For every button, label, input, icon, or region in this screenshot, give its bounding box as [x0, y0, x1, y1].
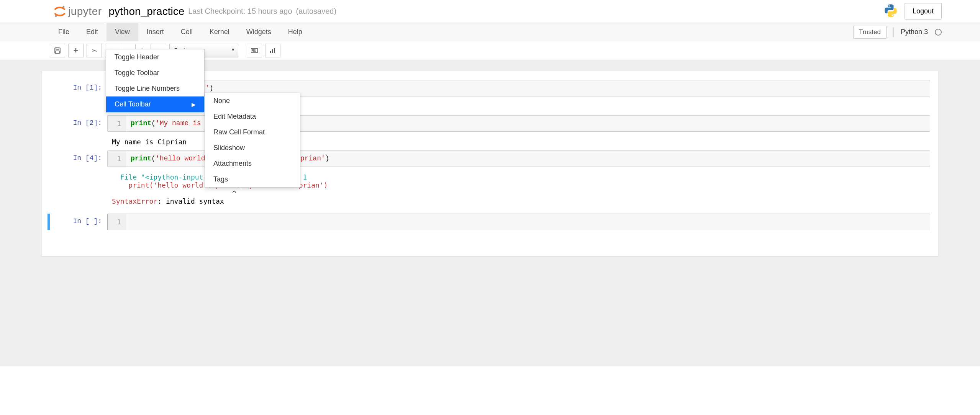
- input-prompt: In [4]:: [50, 150, 107, 167]
- input-prompt: In [ ]:: [50, 214, 107, 230]
- view-menu-toggle-header[interactable]: Toggle Header: [106, 49, 204, 65]
- menu-kernel[interactable]: Kernel: [201, 23, 238, 41]
- line-number: 1: [108, 116, 126, 131]
- svg-rect-17: [274, 48, 275, 53]
- jupyter-logo[interactable]: jupyter: [54, 5, 102, 18]
- svg-point-1: [55, 15, 57, 17]
- checkpoint-status: Last Checkpoint: 15 hours ago: [188, 7, 292, 16]
- cell-toolbar-tags[interactable]: Tags: [205, 172, 300, 187]
- menu-widgets[interactable]: Widgets: [238, 23, 280, 41]
- chart-button[interactable]: [265, 44, 280, 57]
- cut-button[interactable]: ✂: [87, 44, 102, 57]
- jupyter-logo-text: jupyter: [68, 5, 102, 18]
- code-cell[interactable]: In [4]: 1 print('hello world') print('My…: [50, 150, 930, 167]
- jupyter-logo-icon: [54, 5, 66, 18]
- input-prompt: In [2]:: [50, 115, 107, 132]
- svg-rect-4: [56, 51, 59, 53]
- notebook-name[interactable]: python_practice: [109, 5, 185, 18]
- python-icon: [883, 3, 898, 20]
- cell-toolbar-edit-metadata[interactable]: Edit Metadata: [205, 109, 300, 124]
- menu-view[interactable]: View: [107, 23, 138, 41]
- kernel-status-icon: [935, 29, 942, 36]
- autosave-status: (autosaved): [296, 7, 337, 16]
- view-menu-dropdown: Toggle HeaderToggle ToolbarToggle Line N…: [106, 49, 205, 113]
- svg-rect-3: [56, 48, 59, 50]
- cell-toolbar-attachments[interactable]: Attachments: [205, 156, 300, 172]
- menu-insert[interactable]: Insert: [138, 23, 172, 41]
- divider: [893, 27, 894, 37]
- code-content[interactable]: [126, 214, 930, 230]
- line-number: 1: [108, 151, 126, 167]
- view-menu-toggle-line-numbers[interactable]: Toggle Line Numbers: [106, 81, 204, 96]
- cell-toolbar-none[interactable]: None: [205, 93, 300, 109]
- input-area[interactable]: 1: [107, 214, 930, 230]
- svg-rect-16: [272, 49, 273, 53]
- view-menu-cell-toolbar[interactable]: Cell Toolbar▶: [106, 96, 204, 112]
- menubar: FileEditViewInsertCellKernelWidgetsHelp …: [0, 23, 980, 41]
- notebook-header: jupyter python_practice Last Checkpoint:…: [0, 0, 980, 23]
- menu-cell[interactable]: Cell: [172, 23, 201, 41]
- menu-file[interactable]: File: [50, 23, 78, 41]
- kernel-name[interactable]: Python 3: [901, 28, 928, 36]
- cell-toolbar-slideshow[interactable]: Slideshow: [205, 140, 300, 156]
- code-cell[interactable]: In [2]: 1 print('My name is Ciprian'): [50, 115, 930, 132]
- trusted-indicator[interactable]: Trusted: [853, 26, 887, 39]
- save-button[interactable]: [50, 44, 65, 57]
- svg-rect-15: [270, 51, 271, 53]
- command-palette-button[interactable]: [247, 44, 262, 57]
- menu-edit[interactable]: Edit: [78, 23, 107, 41]
- line-number: 1: [108, 214, 126, 230]
- menu-help[interactable]: Help: [280, 23, 311, 41]
- insert-cell-below-button[interactable]: +: [68, 44, 84, 57]
- cell-toolbar-submenu: NoneEdit MetadataRaw Cell FormatSlidesho…: [205, 93, 300, 188]
- cell-toolbar-raw-cell-format[interactable]: Raw Cell Format: [205, 124, 300, 140]
- code-cell[interactable]: In [ ]: 1: [48, 214, 930, 230]
- input-prompt: In [1]:: [50, 80, 107, 96]
- view-menu-toggle-toolbar[interactable]: Toggle Toolbar: [106, 65, 204, 81]
- submenu-arrow-icon: ▶: [192, 101, 196, 108]
- logout-button[interactable]: Logout: [905, 3, 942, 20]
